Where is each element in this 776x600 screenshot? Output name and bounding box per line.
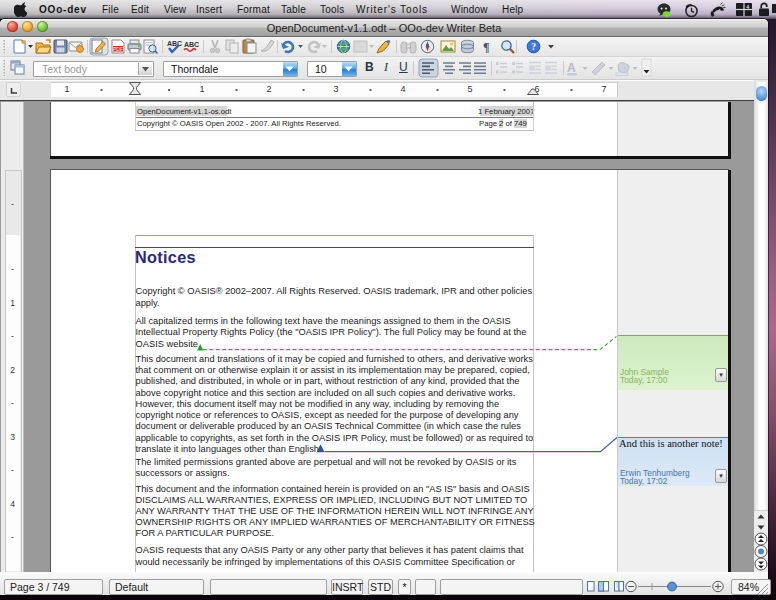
svg-text:3: 3 <box>333 84 338 94</box>
svg-text:2: 2 <box>266 84 271 94</box>
svg-text:ABC: ABC <box>167 40 182 47</box>
svg-text:1: 1 <box>199 84 204 94</box>
svg-text:ABC: ABC <box>184 41 199 48</box>
svg-text:¶: ¶ <box>483 40 489 54</box>
svg-text:4: 4 <box>400 84 405 94</box>
svg-text:1: 1 <box>64 84 69 94</box>
svg-text:4: 4 <box>746 4 749 10</box>
svg-text:?: ? <box>531 42 536 52</box>
svg-text:7: 7 <box>601 84 606 94</box>
svg-text:A: A <box>567 61 576 75</box>
svg-text:PDF: PDF <box>113 46 123 52</box>
svg-text:5: 5 <box>467 84 472 94</box>
